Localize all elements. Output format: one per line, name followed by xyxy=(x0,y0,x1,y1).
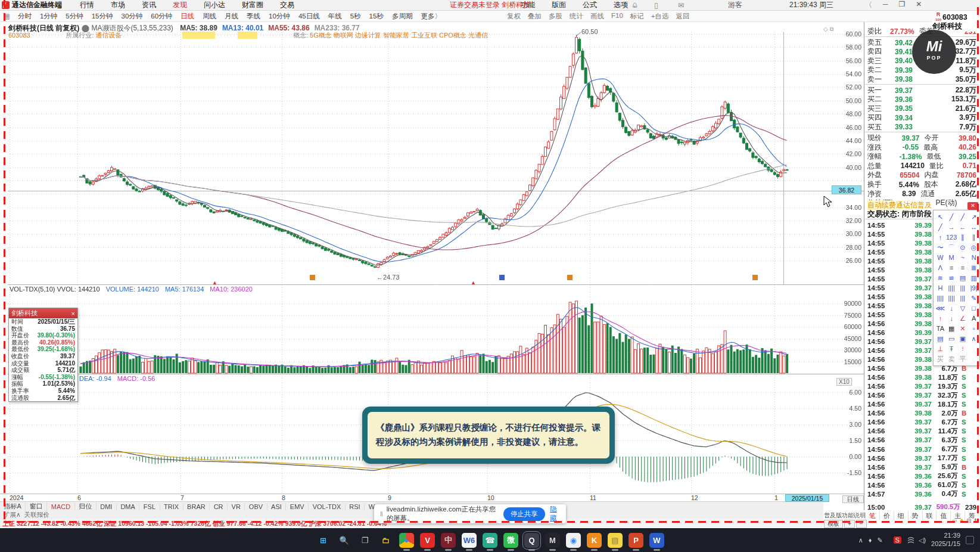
taskbar-icon-explorer[interactable]: 🗀 xyxy=(378,533,393,548)
timeframe-30分钟[interactable]: 30分钟 xyxy=(117,13,147,20)
hide-share-link[interactable]: 隐藏 xyxy=(550,505,561,523)
draw-tool-icon[interactable]: Ŧ xyxy=(946,344,957,354)
timeframe-60分钟[interactable]: 60分钟 xyxy=(147,13,176,20)
indicator-tab-DMI[interactable]: DMI xyxy=(97,503,117,510)
close-button[interactable]: ✕ xyxy=(910,0,927,10)
quote-level-row[interactable]: 买四39.343.9万 xyxy=(867,113,976,122)
bell-icon[interactable]: 🕭 xyxy=(631,1,639,10)
linked-quote-tab[interactable]: 关联报价 xyxy=(24,511,49,519)
taskbar-icon-wechat[interactable]: 微 xyxy=(503,533,518,548)
draw-tool-icon[interactable]: ▤ xyxy=(935,334,946,344)
draw-tool-icon[interactable]: ← xyxy=(957,222,969,232)
indicator-tab-FSL[interactable]: FSL xyxy=(139,503,160,510)
tick-tab-势[interactable]: 势 xyxy=(908,511,922,520)
quote-level-row[interactable]: 买三39.3521.6万 xyxy=(867,104,976,113)
minimize-button[interactable]: ─ xyxy=(878,0,894,10)
microphone-icon[interactable]: ♦ xyxy=(869,537,872,544)
pen-icon[interactable]: ✎ xyxy=(877,537,882,544)
draw-tool-icon[interactable]: ↓ xyxy=(946,303,957,314)
draw-tool-icon[interactable]: ▽ xyxy=(957,303,969,314)
tool-画线[interactable]: 画线 xyxy=(587,12,608,21)
tool-标记[interactable]: 标记 xyxy=(627,12,648,21)
draw-tool-icon[interactable]: ╱ xyxy=(946,212,957,222)
indicator-tab-MACD[interactable]: MACD xyxy=(47,503,74,510)
draw-tool-icon[interactable]: ≌ xyxy=(946,273,957,283)
timeframe-15分钟[interactable]: 15分钟 xyxy=(88,13,117,20)
pause-icon[interactable]: ‖ xyxy=(374,510,387,517)
quote-level-row[interactable]: 买五39.337.9万 xyxy=(867,123,976,132)
taskbar-icon-qq[interactable]: Q xyxy=(524,533,539,548)
taskbar-icon-note[interactable]: ▤ xyxy=(608,533,623,548)
window-menu-公式[interactable]: 公式 xyxy=(574,1,605,9)
draw-tool-icon[interactable]: |||| xyxy=(946,293,957,303)
popup-close-icon[interactable]: × xyxy=(71,310,75,317)
indicator-tab-窗口[interactable]: 窗口 xyxy=(26,502,47,511)
timeframe-季线[interactable]: 季线 xyxy=(242,13,265,20)
event-marker[interactable] xyxy=(310,275,315,280)
indicator-tab-VOL-TDX[interactable]: VOL-TDX xyxy=(309,503,346,510)
tool-复权[interactable]: 复权 xyxy=(503,12,524,21)
draw-tool-icon[interactable]: W xyxy=(935,253,946,263)
draw-tool-icon[interactable]: |||| xyxy=(946,283,957,293)
volume-icon[interactable]: ◁) xyxy=(919,537,926,544)
menu-item-行情[interactable]: 行情 xyxy=(71,1,102,9)
draw-tool-icon[interactable]: H xyxy=(935,283,946,293)
quote-level-row[interactable]: 买二39.36153.1万 xyxy=(867,95,976,104)
taskbar-icon-zoom[interactable]: ◉ xyxy=(566,533,581,548)
tick-row[interactable]: 14:56 39.38 2.0万 B xyxy=(867,409,975,418)
indicator-tab-TRIX[interactable]: TRIX xyxy=(160,503,183,510)
taskbar-icon-tdx[interactable]: V xyxy=(420,533,435,548)
taskbar-icon-ppt[interactable]: P xyxy=(629,533,643,548)
tick-tab-价[interactable]: 价 xyxy=(879,511,894,520)
taskbar-icon-start[interactable]: ⊞ xyxy=(316,533,331,548)
tick-row[interactable]: 14:56 39.37 6.3万 S xyxy=(867,436,975,445)
draw-tool-icon[interactable]: ↖ xyxy=(935,212,946,222)
last-tick-row[interactable]: 15:00 39.37 590.5万 239 xyxy=(867,503,975,511)
draw-tool-icon[interactable]: ▤ xyxy=(957,273,969,283)
menu-item-资讯[interactable]: 资讯 xyxy=(133,1,164,9)
indicator-tab-OBV[interactable]: OBV xyxy=(245,503,267,510)
draw-tool-icon[interactable]: ⌒ xyxy=(946,243,957,253)
draw-tool-icon[interactable]: ~ xyxy=(957,253,969,263)
menu-item-问小达[interactable]: 问小达 xyxy=(195,1,234,9)
draw-tool-icon[interactable]: ╱ xyxy=(935,222,946,232)
timeframe-多周期[interactable]: 多周期 xyxy=(388,13,417,20)
indicator-tab-EMV[interactable]: EMV xyxy=(286,503,309,510)
draw-tool-icon[interactable]: ||| xyxy=(957,283,969,293)
draw-tool-icon[interactable]: 平 xyxy=(957,354,969,364)
chart-corner-icons[interactable]: ◇ ⧉ xyxy=(823,26,834,33)
draw-tool-icon[interactable]: ∠ xyxy=(957,314,969,324)
event-marker[interactable] xyxy=(752,275,758,280)
event-marker[interactable]: ▲ xyxy=(212,280,217,286)
draw-tool-icon[interactable]: 123 xyxy=(946,232,957,243)
draw-tool-icon[interactable]: ⊙ xyxy=(957,243,969,253)
tick-row[interactable]: 14:56 39.38 11.8万 S xyxy=(867,373,975,382)
tick-tab-笔[interactable]: 笔 xyxy=(865,511,879,520)
tick-row[interactable]: 14:56 39.37 32.3万 S xyxy=(867,391,975,400)
draw-tool-icon[interactable]: ||| xyxy=(957,293,969,303)
timeframe-分时[interactable]: 分时 xyxy=(14,13,36,20)
timeframe-15秒[interactable]: 15秒 xyxy=(365,13,388,20)
draw-tool-icon[interactable]: ▣ xyxy=(957,334,969,344)
menu-item-发现[interactable]: 发现 xyxy=(164,1,195,9)
indicator-tab-ASI[interactable]: ASI xyxy=(267,503,287,510)
draw-tool-icon[interactable]: 买 xyxy=(935,354,946,364)
tick-row[interactable]: 14:56 39.37 11.4万 S xyxy=(867,427,975,436)
indicator-tab-归位[interactable]: 归位 xyxy=(75,502,97,511)
timeframe-更多〉[interactable]: 更多〉 xyxy=(416,13,446,20)
draw-tool-icon[interactable]: ≋ xyxy=(935,273,946,283)
draw-tool-icon[interactable]: ≡ xyxy=(957,263,969,273)
indicator-tab-BRAR[interactable]: BRAR xyxy=(183,503,210,510)
indicator-tab-CR[interactable]: CR xyxy=(210,503,228,510)
tool-叠加[interactable]: 叠加 xyxy=(524,12,545,21)
tick-row[interactable]: 14:56 39.36 25.6万 S xyxy=(867,472,975,480)
stop-share-button[interactable]: 停止共享 xyxy=(503,507,545,521)
timeframe-5秒[interactable]: 5秒 xyxy=(346,13,365,20)
draw-tool-icon[interactable]: ✕ xyxy=(957,324,969,334)
timeframe-周线[interactable]: 周线 xyxy=(198,13,220,20)
popup-header[interactable]: 剑桥科技 × xyxy=(9,308,77,318)
grid-icon[interactable]: ▦ xyxy=(0,12,14,20)
draw-tool-icon[interactable]: 卖 xyxy=(946,354,957,364)
draw-tool-icon[interactable]: 〜 xyxy=(935,243,946,253)
menu-item-财富圈[interactable]: 财富圈 xyxy=(234,1,272,9)
